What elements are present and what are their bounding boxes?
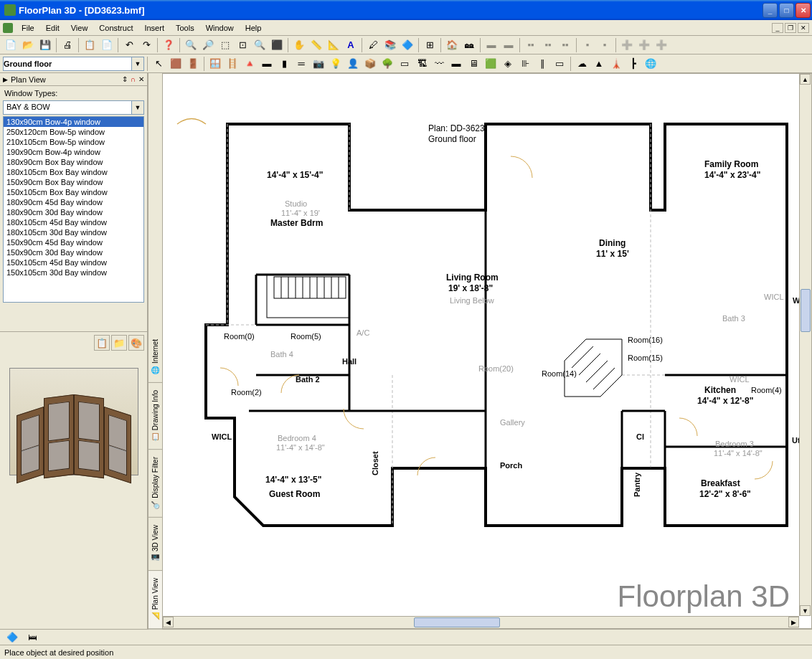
tab-drawing-info[interactable]: 📋Drawing Info (148, 383, 162, 450)
align1-button[interactable]: ▬ (483, 37, 499, 53)
scroll-right-arrow[interactable]: ▶ (788, 617, 799, 627)
view3-button[interactable]: 🗼 (608, 56, 624, 72)
maximize-button[interactable]: □ (779, 3, 794, 18)
cabinet-tool[interactable]: 🖥 (466, 56, 481, 72)
snap2-button[interactable]: 🏘 (461, 37, 477, 53)
help-button[interactable]: ❓ (161, 37, 176, 53)
zoom-window-button[interactable]: ⬚ (217, 37, 233, 53)
appliance-tool[interactable]: ◈ (500, 56, 516, 72)
preview-paint-button[interactable]: 🎨 (128, 335, 144, 351)
tab-internet[interactable]: 🌐Internet (148, 332, 162, 383)
tab-3d-view[interactable]: 📷3D View (148, 518, 162, 571)
align5-button[interactable]: ▪▪ (557, 37, 573, 53)
type-select[interactable]: BAY & BOW (3, 100, 132, 115)
zoom-select-button[interactable]: ⬛ (269, 37, 285, 53)
window-tool[interactable]: 🪟 (207, 56, 223, 72)
menu-construct[interactable]: Construct (93, 22, 138, 34)
deck-tool[interactable]: ▭ (397, 56, 412, 72)
path-tool[interactable]: 〰 (431, 56, 447, 72)
snap1-button[interactable]: 🏠 (444, 37, 460, 53)
menu-file[interactable]: File (16, 22, 40, 34)
align7-button[interactable]: ▪ (597, 37, 613, 53)
menu-insert[interactable]: Insert (138, 22, 170, 34)
open-button[interactable]: 📂 (20, 37, 36, 53)
menu-edit[interactable]: Edit (40, 22, 65, 34)
close-button[interactable]: ✕ (796, 3, 811, 18)
door-tool[interactable]: 🚪 (185, 56, 201, 72)
bottom-tool1[interactable]: 🔷 (4, 630, 20, 645)
align6-button[interactable]: ▪ (580, 37, 595, 53)
landscape-tool[interactable]: 🌳 (379, 56, 395, 72)
text-button[interactable]: A (343, 37, 359, 53)
menu-view[interactable]: View (65, 22, 94, 34)
mdi-minimize[interactable]: _ (772, 23, 783, 33)
redo-button[interactable]: ↷ (138, 37, 154, 53)
undo-button[interactable]: ↶ (121, 37, 137, 53)
list-item[interactable]: 150x105cm 30d Bay window (4, 267, 143, 278)
menu-help[interactable]: Help (240, 22, 268, 34)
tab-plan-view[interactable]: 📐Plan View (148, 571, 162, 629)
select-tool[interactable]: ↖ (151, 56, 166, 72)
copy-button[interactable]: 📋 (82, 37, 98, 53)
furniture-tool[interactable]: 🟩 (483, 56, 499, 72)
list-item[interactable]: 210x105cm Bow-5p window (4, 137, 143, 147)
type-select-dropdown[interactable]: ▼ (132, 100, 144, 115)
light-tool[interactable]: 💡 (328, 56, 344, 72)
ceiling-tool[interactable]: ▬ (448, 56, 464, 72)
wizard-button[interactable]: 🖊 (365, 37, 381, 53)
view2-button[interactable]: ▲ (591, 56, 607, 72)
rail-tool[interactable]: ∥ (534, 56, 550, 72)
pin-icon[interactable]: ⇕ (122, 75, 128, 83)
bottom-tool2[interactable]: 🛏 (24, 630, 40, 645)
camera-tool[interactable]: 📷 (311, 56, 326, 72)
scroll-up-arrow[interactable]: ▲ (800, 74, 811, 85)
wall-tool[interactable]: 🟫 (168, 56, 184, 72)
column-tool[interactable]: ▮ (276, 56, 292, 72)
menu-tools[interactable]: Tools (170, 22, 200, 34)
save-button[interactable]: 💾 (37, 37, 53, 53)
print-button[interactable]: 🖨 (60, 37, 75, 53)
list-item[interactable]: 250x120cm Bow-5p window (4, 127, 143, 137)
layers-button[interactable]: 📚 (382, 37, 398, 53)
group2-button[interactable]: ➕ (636, 37, 652, 53)
floor-select[interactable] (3, 57, 132, 71)
list-item[interactable]: 130x90cm Bow-4p window (4, 117, 143, 127)
roof-tool[interactable]: 🔺 (242, 56, 258, 72)
list-item[interactable]: 180x105cm Box Bay window (4, 167, 143, 177)
new-button[interactable]: 📄 (3, 37, 19, 53)
measure-button[interactable]: 📏 (308, 37, 324, 53)
paste-button[interactable]: 📄 (99, 37, 115, 53)
scroll-down-arrow[interactable]: ▼ (800, 605, 811, 616)
list-item[interactable]: 150x105cm 45d Bay window (4, 257, 143, 267)
pool-tool[interactable]: ▭ (552, 56, 567, 72)
list-item[interactable]: 150x90cm Box Bay window (4, 177, 143, 187)
list-item[interactable]: 150x90cm 45d Bay window (4, 237, 143, 247)
dimension-button[interactable]: 📐 (326, 37, 341, 53)
menu-window[interactable]: Window (200, 22, 240, 34)
list-item[interactable]: 150x105cm Box Bay window (4, 187, 143, 197)
stair-tool[interactable]: 🪜 (225, 56, 240, 72)
symbol-tool[interactable]: 📦 (362, 56, 378, 72)
list-item[interactable]: 180x90cm 45d Bay window (4, 197, 143, 207)
zoom-fit-button[interactable]: ⊡ (235, 37, 250, 53)
scroll-thumb-h[interactable] (414, 617, 500, 627)
scrollbar-horizontal[interactable]: ◀ ▶ (163, 616, 799, 628)
list-item[interactable]: 190x90cm Bow-4p window (4, 147, 143, 157)
list-item[interactable]: 180x90cm Box Bay window (4, 157, 143, 167)
list-item[interactable]: 180x90cm 30d Bay window (4, 207, 143, 217)
grid-button[interactable]: ⊞ (422, 37, 438, 53)
globe-button[interactable]: 🌐 (643, 56, 658, 72)
tab-display-filter[interactable]: 🔍Display Filter (148, 450, 162, 518)
view1-button[interactable]: ☁ (574, 56, 590, 72)
preview-props-button[interactable]: 📋 (94, 335, 110, 351)
zoom-in-button[interactable]: 🔍 (183, 37, 199, 53)
render-button[interactable]: 🔷 (400, 37, 415, 53)
pan-button[interactable]: ✋ (291, 37, 307, 53)
group1-button[interactable]: ➕ (619, 37, 635, 53)
floor-select-dropdown[interactable]: ▼ (132, 57, 144, 71)
align4-button[interactable]: ▪▪ (540, 37, 556, 53)
person-tool[interactable]: 👤 (345, 56, 361, 72)
align3-button[interactable]: ▪▪ (523, 37, 539, 53)
window-type-list[interactable]: 130x90cm Bow-4p window250x120cm Bow-5p w… (3, 116, 144, 303)
align2-button[interactable]: ▬ (501, 37, 516, 53)
